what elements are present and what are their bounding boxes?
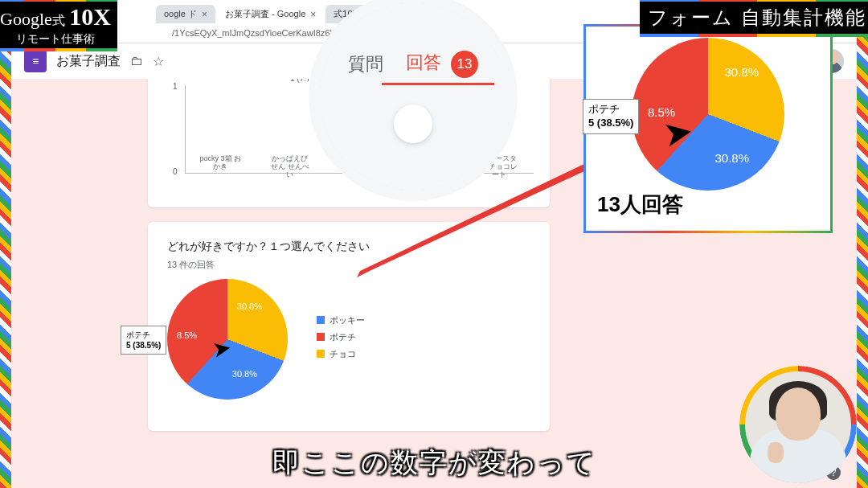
legend-label: ポッキー (330, 314, 365, 326)
video-subtitle: 即ここの数字が変わって (272, 445, 596, 482)
title-badge: Google式 10X リモート仕事術 (0, 0, 117, 51)
pie-legend: ポッキー ポテチ チョコ (317, 314, 365, 365)
inset-panel: 30.8% 30.8% 8.5% ポテチ 5 (38.5%) ➤ 13人回答 (583, 24, 833, 233)
star-icon[interactable]: ☆ (153, 54, 164, 69)
pie-slice-label: 30.8% (724, 65, 759, 79)
legend-swatch (317, 333, 325, 341)
form-title[interactable]: お菓子調査 (56, 53, 121, 70)
y-tick: 0 (173, 167, 178, 176)
feature-banner: フォーム 自動集計機能 (640, 0, 868, 37)
close-icon[interactable]: × (310, 9, 316, 20)
inset-tooltip: ポテチ 5 (38.5%) (583, 99, 639, 134)
close-icon[interactable]: × (202, 9, 207, 20)
pie-slice-label: 8.5% (177, 330, 197, 340)
legend-swatch (317, 350, 325, 358)
legend-label: チョコ (330, 348, 356, 360)
legend-swatch (317, 316, 325, 324)
tab-responses[interactable]: 回答 13 (406, 51, 478, 78)
pie-tooltip: ポテチ 5 (38.5%) (121, 326, 166, 355)
inset-pie-chart: 30.8% 30.8% 8.5% (632, 38, 784, 191)
browser-tab[interactable]: oogle ド× (156, 5, 215, 23)
pie-slice-label: 30.8% (237, 301, 262, 311)
bar-category: かっぱえびせん せんべい (269, 155, 311, 173)
response-count-badge: 13 (451, 51, 478, 78)
presenter-bubble (739, 366, 857, 483)
inset-caption: 13人回答 (597, 191, 830, 219)
pie-slice-label: 30.8% (714, 151, 749, 165)
pie-slice-label: 30.8% (232, 369, 257, 379)
tab-questions[interactable]: 質問 (348, 52, 383, 76)
y-tick: 1 (173, 82, 178, 91)
bar-category: pocky 3箱 おかき (199, 155, 241, 173)
legend-label: ポテチ (330, 331, 356, 343)
magnifier-lens: 質問 回答 13 (309, 0, 518, 201)
browser-tab[interactable]: お菓子調査 - Google× (217, 5, 324, 23)
fab-icon (394, 105, 432, 143)
folder-icon[interactable]: 🗀 (130, 54, 143, 68)
forms-app-icon[interactable]: ≡ (24, 50, 47, 72)
